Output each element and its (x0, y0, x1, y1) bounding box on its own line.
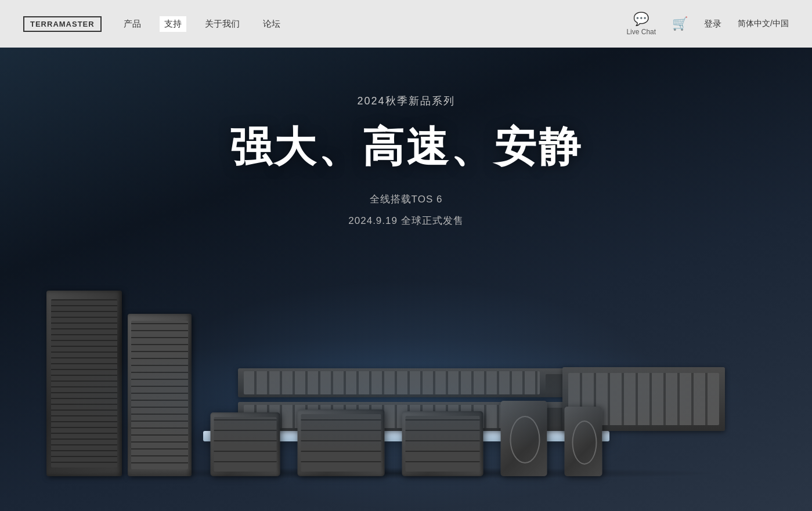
login-button[interactable]: 登录 (704, 19, 721, 30)
products-display (0, 267, 812, 511)
hero-tos-label: 全线搭载TOS 6 (230, 193, 583, 206)
hero-release-date: 2024.9.19 全球正式发售 (230, 214, 583, 227)
product-nas-3bay (210, 412, 280, 476)
product-nas-5bay (297, 409, 384, 476)
nas-row (210, 401, 602, 476)
product-nas-4bay (402, 411, 483, 476)
product-nas-tower-xs (564, 407, 602, 476)
product-nas-tower-small (500, 401, 547, 476)
rack-unit-top (238, 368, 575, 397)
live-chat-label: Live Chat (626, 28, 656, 36)
product-tower-large (46, 291, 122, 476)
product-tower-medium (128, 314, 192, 476)
navbar: TERRAMASTER 产品 支持 关于我们 论坛 💬 Live Chat 🛒 … (0, 0, 812, 48)
nav-links: 产品 支持 关于我们 论坛 (119, 16, 285, 32)
logo[interactable]: TERRAMASTER (23, 16, 102, 32)
nav-products[interactable]: 产品 (119, 16, 146, 32)
hero-title: 强大、高速、安静 (230, 119, 583, 175)
hero-section: 2024秋季新品系列 强大、高速、安静 全线搭载TOS 6 2024.9.19 … (0, 48, 812, 511)
language-selector[interactable]: 简体中文/中国 (738, 19, 789, 29)
navbar-left: TERRAMASTER 产品 支持 关于我们 论坛 (23, 16, 285, 32)
navbar-right: 💬 Live Chat 🛒 登录 简体中文/中国 (626, 12, 789, 36)
nav-about[interactable]: 关于我们 (200, 16, 244, 32)
nav-support[interactable]: 支持 (160, 16, 186, 32)
live-chat-button[interactable]: 💬 Live Chat (626, 12, 656, 36)
nav-forum[interactable]: 论坛 (258, 16, 285, 32)
hero-series-label: 2024秋季新品系列 (230, 94, 583, 108)
cart-icon[interactable]: 🛒 (672, 16, 688, 31)
hero-text: 2024秋季新品系列 强大、高速、安静 全线搭载TOS 6 2024.9.19 … (230, 48, 583, 227)
chat-icon: 💬 (633, 12, 649, 27)
